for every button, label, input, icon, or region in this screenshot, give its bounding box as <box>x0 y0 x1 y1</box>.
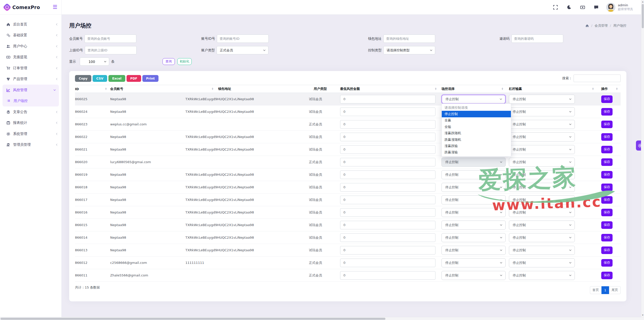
min-risk-amount-input[interactable]: 0 <box>340 120 435 129</box>
sidebar-item-管理员管理[interactable]: 管理员管理 <box>0 139 61 151</box>
dropdown-option[interactable]: 全输 <box>442 124 511 130</box>
save-button[interactable]: 保存 <box>601 158 613 166</box>
min-risk-amount-input[interactable]: 0 <box>340 158 435 166</box>
lever-select[interactable]: 停止控制 <box>509 107 575 116</box>
dropdown-option[interactable]: 涨赢跌输 <box>442 143 511 149</box>
control-select[interactable]: 停止控制 <box>441 95 506 104</box>
horizontal-scrollbar[interactable] <box>0 317 644 320</box>
breadcrumb-section[interactable]: 会员管理 <box>595 23 608 28</box>
account-type-select[interactable]: 正式会员 <box>217 46 268 54</box>
min-risk-amount-input[interactable]: 0 <box>340 259 435 267</box>
col-amount[interactable]: 最低风控金额▲▼ <box>340 85 441 93</box>
fullscreen-icon[interactable] <box>553 5 558 10</box>
export-pdf-button[interactable]: PDF <box>127 75 141 82</box>
col-action[interactable]: 操作▲▼ <box>601 85 621 93</box>
dropdown-option[interactable]: 停止控制 <box>442 111 511 117</box>
vertical-scrollbar[interactable]: ▲ ▼ <box>641 0 644 317</box>
sort-icon[interactable]: ▲▼ <box>616 88 618 90</box>
save-button[interactable]: 保存 <box>601 108 613 116</box>
home-icon[interactable] <box>585 24 589 27</box>
sort-icon[interactable]: ▲▼ <box>212 88 213 90</box>
sort-icon[interactable]: ▲▼ <box>502 88 503 90</box>
save-button[interactable]: 保存 <box>601 272 613 279</box>
lever-select[interactable]: 停止控制 <box>509 183 575 192</box>
control-select[interactable]: 停止控制 <box>441 170 506 179</box>
col-id[interactable]: ID▲▼ <box>75 85 110 93</box>
export-copy-button[interactable]: Copy <box>75 75 91 82</box>
reset-button[interactable]: 初始化 <box>177 58 192 65</box>
sidebar-item-风控管理[interactable]: 风控管理 <box>3 85 59 96</box>
avatar[interactable] <box>606 3 615 12</box>
control-select[interactable]: 停止控制 <box>441 158 506 167</box>
min-risk-amount-input[interactable]: 0 <box>340 145 435 154</box>
lever-select[interactable]: 停止控制 <box>509 258 575 267</box>
lever-select[interactable]: 停止控制 <box>509 120 575 129</box>
min-risk-amount-input[interactable]: 0 <box>340 196 435 204</box>
sidebar-item-基础设置[interactable]: 基础设置 <box>0 30 61 41</box>
save-button[interactable]: 保存 <box>601 221 613 229</box>
user-block[interactable]: admin 超级管理员 <box>618 3 633 11</box>
min-risk-amount-input[interactable]: 0 <box>340 233 435 242</box>
sidebar-item-产品管理[interactable]: 产品管理 <box>0 74 61 85</box>
account-id-input[interactable] <box>217 34 269 43</box>
control-select[interactable]: 停止控制 <box>441 221 506 230</box>
lever-select[interactable]: 停止控制 <box>509 233 575 242</box>
control-select[interactable]: 停止控制 <box>441 208 506 217</box>
control-type-select[interactable]: 请选择控制类型 <box>383 46 435 54</box>
sidebar-item-文章公告[interactable]: 文章公告 <box>0 106 61 118</box>
min-risk-amount-input[interactable]: 0 <box>340 208 435 217</box>
sidebar-toggle-icon[interactable]: ☰ <box>53 5 57 10</box>
dark-mode-icon[interactable] <box>567 5 572 10</box>
min-risk-amount-input[interactable]: 0 <box>340 183 435 192</box>
wallet-icon[interactable] <box>580 5 585 10</box>
pagination-first[interactable]: 首页 <box>590 286 601 294</box>
save-button[interactable]: 保存 <box>601 171 613 179</box>
member-account-input[interactable] <box>85 34 136 43</box>
min-risk-amount-input[interactable]: 0 <box>340 246 435 255</box>
export-print-button[interactable]: Print <box>142 75 159 82</box>
lever-select[interactable]: 停止控制 <box>509 271 575 280</box>
control-select[interactable]: 停止控制 <box>441 183 506 192</box>
col-lever[interactable]: 杠杆输赢▲▼ <box>509 85 601 93</box>
save-button[interactable]: 保存 <box>601 121 613 128</box>
sort-icon[interactable]: ▲▼ <box>435 88 436 90</box>
dropdown-option[interactable]: 全赢 <box>442 117 511 124</box>
min-risk-amount-input[interactable]: 0 <box>340 271 435 280</box>
min-risk-amount-input[interactable]: 0 <box>340 108 435 116</box>
sidebar-item-订单管理[interactable]: 订单管理 <box>0 63 61 74</box>
min-risk-amount-input[interactable]: 0 <box>340 221 435 229</box>
control-select[interactable]: 停止控制 <box>441 246 506 255</box>
save-button[interactable]: 保存 <box>601 146 613 153</box>
chat-icon[interactable] <box>594 5 599 10</box>
query-button[interactable]: 查询 <box>163 58 175 65</box>
control-select[interactable]: 停止控制 <box>441 195 506 204</box>
save-button[interactable]: 保存 <box>601 95 613 103</box>
dropdown-option[interactable]: 跌赢涨随机 <box>442 136 511 143</box>
control-select[interactable]: 停止控制 <box>441 271 506 280</box>
lever-select[interactable]: 停止控制 <box>509 170 575 179</box>
scroll-up-icon[interactable]: ▲ <box>641 1 644 3</box>
col-account[interactable]: 会员账号 <box>110 85 185 93</box>
min-risk-amount-input[interactable]: 0 <box>340 95 435 103</box>
control-select[interactable]: 停止控制 <box>441 258 506 267</box>
invite-code-input[interactable] <box>511 34 563 43</box>
sidebar-item-充值提现[interactable]: 充值提现 <box>0 52 61 63</box>
save-button[interactable]: 保存 <box>601 234 613 241</box>
parent-id-input[interactable] <box>85 46 137 54</box>
dropdown-option[interactable]: 请选择控制选项 <box>442 104 511 111</box>
wallet-address-input[interactable] <box>383 34 435 43</box>
control-select[interactable]: 停止控制 <box>441 233 506 242</box>
lever-select[interactable]: 停止控制 <box>509 158 575 167</box>
lever-select[interactable]: 停止控制 <box>509 246 575 255</box>
export-excel-button[interactable]: Excel <box>108 75 125 82</box>
dropdown-option[interactable]: 跌赢涨输 <box>442 149 511 156</box>
lever-select[interactable]: 停止控制 <box>509 195 575 204</box>
page-size-select[interactable]: 100 <box>80 57 109 66</box>
search-input[interactable] <box>574 75 621 82</box>
save-button[interactable]: 保存 <box>601 184 613 191</box>
save-button[interactable]: 保存 <box>601 246 613 254</box>
lever-select[interactable]: 停止控制 <box>509 221 575 230</box>
save-button[interactable]: 保存 <box>601 209 613 216</box>
horizontal-scrollbar-thumb[interactable] <box>1 318 385 320</box>
save-button[interactable]: 保存 <box>601 196 613 204</box>
